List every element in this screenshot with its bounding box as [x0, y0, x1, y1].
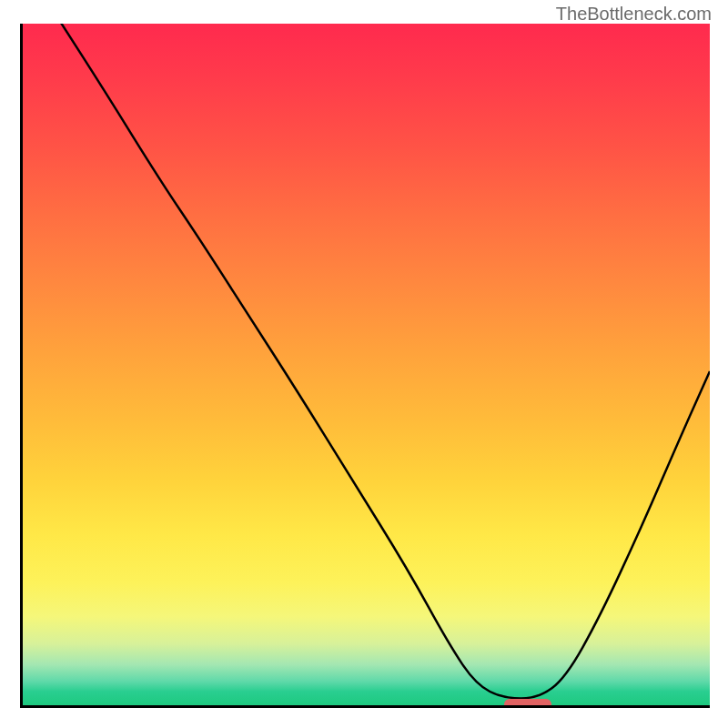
optimum-range-marker — [504, 699, 552, 708]
watermark-text: TheBottleneck.com — [556, 4, 712, 25]
bottleneck-curve — [23, 24, 710, 705]
plot-area — [20, 24, 710, 708]
chart-container: TheBottleneck.com — [0, 0, 728, 728]
